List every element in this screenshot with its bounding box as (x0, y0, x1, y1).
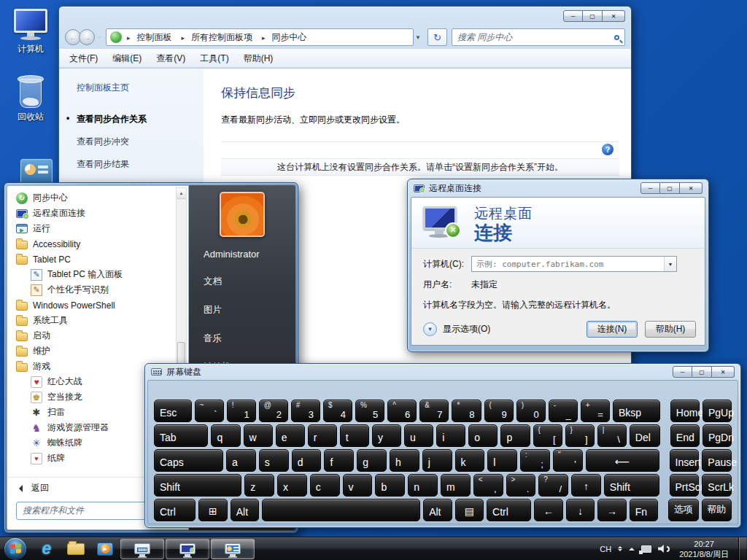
osk-key[interactable]: ↓ (566, 499, 595, 521)
help-button[interactable]: 帮助(H) (645, 321, 696, 338)
start-menu-program-item[interactable]: Accessibility (13, 236, 174, 252)
osk-key[interactable]: c (310, 474, 340, 497)
osk-key[interactable]: 选项 (668, 499, 698, 521)
osk-key[interactable]: g (357, 449, 387, 472)
search-input[interactable]: 搜索 同步中心 (452, 28, 625, 46)
start-menu-program-item[interactable]: 远程桌面连接 (13, 206, 174, 221)
osk-key[interactable]: "' (553, 449, 583, 472)
maximize-button[interactable]: ▢ (660, 182, 680, 194)
osk-key[interactable]: ^6 (387, 400, 417, 422)
osk-key[interactable]: }] (565, 424, 595, 447)
start-menu-program-item[interactable]: 系统工具 (13, 313, 174, 328)
osk-key[interactable]: Alt (231, 499, 259, 521)
osk-key[interactable]: Ctrl (154, 499, 196, 521)
osk-key[interactable] (262, 499, 420, 521)
osk-key[interactable]: #3 (291, 400, 320, 422)
help-icon[interactable]: ? (602, 144, 614, 155)
osk-key[interactable]: >. (506, 474, 536, 497)
osk-key[interactable]: (9 (484, 400, 514, 422)
osk-key[interactable]: b (375, 474, 405, 497)
taskbar-window-sync-center[interactable] (211, 539, 255, 559)
osk-key[interactable]: w (244, 424, 273, 447)
show-options-chevron-icon[interactable]: ▼ (423, 322, 437, 336)
breadcrumb-item[interactable]: 控制面板 (123, 30, 177, 45)
refresh-button[interactable]: ↻ (427, 28, 447, 46)
osk-key[interactable]: PrtScn (670, 474, 700, 497)
minimize-button[interactable]: ─ (673, 366, 692, 378)
search-icon[interactable] (614, 35, 619, 40)
title-bar[interactable]: 屏幕键盘 ─ ▢ ✕ (145, 364, 740, 380)
osk-key[interactable]: {[ (533, 424, 562, 447)
osk-key[interactable]: += (581, 400, 610, 422)
show-desktop-button[interactable] (738, 537, 746, 560)
osk-key[interactable]: ScrLk (702, 474, 732, 497)
osk-key[interactable]: e (276, 424, 305, 447)
osk-key[interactable]: :; (520, 449, 550, 472)
osk-key[interactable]: ⟵ (586, 449, 659, 472)
osk-key[interactable]: Pause (702, 449, 732, 472)
show-options-link[interactable]: 显示选项(O) (443, 323, 490, 335)
maximize-button[interactable]: ▢ (583, 10, 603, 22)
osk-key[interactable]: ⊞ (198, 499, 227, 521)
osk-key[interactable]: o (468, 424, 498, 447)
taskbar-clock[interactable]: 20:27 2021/8/8/周日 (676, 539, 732, 559)
osk-key[interactable]: Shift (604, 474, 659, 497)
taskbar-windows-explorer[interactable] (61, 538, 90, 560)
start-menu-program-item[interactable]: Windows PowerShell (13, 298, 174, 313)
network-icon[interactable] (641, 545, 651, 553)
desktop-icon-recycle-bin[interactable]: 回收站 (3, 74, 58, 123)
osk-key[interactable]: s (259, 449, 289, 472)
close-button[interactable]: ✕ (712, 366, 735, 378)
sidebar-item-control-panel-home[interactable]: 控制面板主页 (77, 82, 204, 94)
osk-key[interactable]: Esc (154, 400, 192, 422)
osk-key[interactable]: z (244, 474, 274, 497)
minimize-button[interactable]: ─ (640, 182, 660, 194)
sidebar-task[interactable]: 查看同步结果 (77, 158, 204, 171)
osk-key[interactable]: Home (670, 400, 700, 422)
osk-key[interactable]: d (292, 449, 322, 472)
osk-key[interactable]: Caps (154, 449, 223, 472)
forward-button[interactable]: → (79, 29, 95, 45)
title-bar[interactable]: ─ ▢ ✕ (59, 7, 631, 26)
language-switch-icon[interactable] (618, 544, 622, 553)
start-button[interactable] (4, 538, 26, 560)
osk-key[interactable]: t (340, 424, 369, 447)
start-menu-program-item[interactable]: 维护 (13, 343, 174, 359)
start-menu-program-item[interactable]: 启动 (13, 328, 174, 343)
osk-key[interactable]: !1 (227, 400, 256, 422)
minimize-button[interactable]: ─ (563, 10, 583, 22)
osk-key[interactable]: k (455, 449, 485, 472)
scroll-up-icon[interactable]: ▲ (177, 188, 186, 199)
osk-key[interactable]: Tab (154, 424, 208, 447)
combobox-dropdown-icon[interactable]: ▼ (664, 257, 676, 271)
osk-key[interactable]: |\ (597, 424, 627, 447)
osk-key[interactable]: h (390, 449, 419, 472)
osk-key[interactable]: v (343, 474, 373, 497)
menu-item[interactable]: 文件(F) (63, 50, 104, 67)
recent-pages-icon[interactable] (97, 36, 101, 41)
menu-item[interactable]: 编辑(E) (107, 50, 147, 67)
start-menu-place-item[interactable]: 文档 (204, 276, 295, 288)
osk-key[interactable]: Fn (630, 499, 658, 521)
maximize-button[interactable]: ▢ (692, 366, 712, 378)
desktop-icon-computer[interactable]: 计算机 (3, 9, 58, 55)
osk-key[interactable]: -_ (549, 400, 578, 422)
menu-item[interactable]: 工具(T) (194, 50, 234, 67)
osk-key[interactable]: j (422, 449, 452, 472)
computer-combobox[interactable]: 示例: computer.fabrikam.com ▼ (471, 256, 677, 272)
menu-item[interactable]: 帮助(H) (238, 50, 279, 67)
start-menu-program-item[interactable]: Tablet PC 输入面板 (13, 267, 174, 282)
breadcrumb[interactable]: 控制面板所有控制面板项同步中心 (106, 28, 414, 46)
osk-key[interactable]: ~` (195, 400, 224, 422)
osk-key[interactable]: l (487, 449, 517, 472)
osk-key[interactable]: Ctrl (487, 499, 531, 521)
osk-key[interactable]: q (211, 424, 240, 447)
osk-key[interactable]: PgDn (703, 424, 732, 447)
osk-key[interactable]: )0 (516, 400, 546, 422)
volume-icon[interactable] (658, 545, 670, 553)
osk-key[interactable]: r (308, 424, 337, 447)
close-button[interactable]: ✕ (603, 10, 625, 22)
osk-key[interactable]: a (226, 449, 256, 472)
sidebar-task[interactable]: 查看同步冲突 (77, 136, 204, 148)
start-menu-place-item[interactable]: 音乐 (204, 332, 295, 345)
